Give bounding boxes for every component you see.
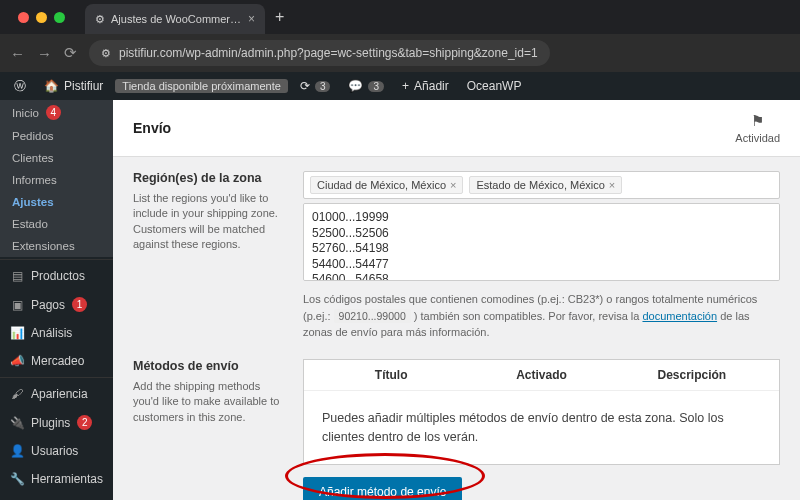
tab-bar: ⚙ Ajustes de WooCommerce ‹ × +: [0, 0, 800, 34]
new-tab-button[interactable]: +: [275, 8, 284, 26]
tab-title: Ajustes de WooCommerce ‹: [111, 13, 242, 25]
activity-panel[interactable]: ⚑ Actividad: [735, 112, 780, 144]
forward-button[interactable]: →: [37, 45, 52, 62]
page-header: Envío ⚑ Actividad: [113, 100, 800, 157]
back-button[interactable]: ←: [10, 45, 25, 62]
products-icon: ▤: [10, 269, 24, 283]
add-shipping-method-button[interactable]: Añadir método de envío: [303, 477, 462, 500]
methods-desc: Add the shipping methods you'd like to m…: [133, 379, 287, 425]
col-title: Título: [316, 368, 466, 382]
remove-tag-icon[interactable]: ×: [450, 179, 456, 191]
plugin-icon: 🔌: [10, 416, 24, 430]
sidebar-item-ajustes[interactable]: Ajustes: [0, 191, 113, 213]
sidebar-item-analisis[interactable]: 📊Análisis: [0, 319, 113, 347]
sidebar-item-pagos[interactable]: ▣Pagos 1: [0, 290, 113, 319]
methods-table: Título Activado Descripción Puedes añadi…: [303, 359, 780, 466]
regions-select[interactable]: Ciudad de México, México× Estado de Méxi…: [303, 171, 780, 199]
sidebar-item-usuarios[interactable]: 👤Usuarios: [0, 437, 113, 465]
url-text: pistifiur.com/wp-admin/admin.php?page=wc…: [119, 46, 538, 60]
sidebar-item-plugins[interactable]: 🔌Plugins 2: [0, 408, 113, 437]
region-tag: Ciudad de México, México×: [310, 176, 463, 194]
browser-chrome: ⚙ Ajustes de WooCommerce ‹ × + ← → ⟳ ⚙ p…: [0, 0, 800, 72]
sidebar-item-extensiones[interactable]: Extensiones: [0, 235, 113, 257]
maximize-window-icon[interactable]: [54, 12, 65, 23]
content-area: Región(es) de la zona List the regions y…: [113, 157, 800, 500]
address-bar: ← → ⟳ ⚙ pistifiur.com/wp-admin/admin.php…: [0, 34, 800, 72]
site-name[interactable]: 🏠 Pistifiur: [38, 79, 109, 93]
reload-button[interactable]: ⟳: [64, 44, 77, 62]
regions-desc: List the regions you'd like to include i…: [133, 191, 287, 253]
zone-regions-section: Región(es) de la zona List the regions y…: [133, 171, 780, 341]
minimize-window-icon[interactable]: [36, 12, 47, 23]
col-description: Descripción: [617, 368, 767, 382]
sidebar-item-inicio[interactable]: Inicio 4: [0, 100, 113, 125]
tools-icon: 🔧: [10, 472, 24, 486]
theme-link[interactable]: OceanWP: [461, 79, 528, 93]
close-window-icon[interactable]: [18, 12, 29, 23]
url-field[interactable]: ⚙ pistifiur.com/wp-admin/admin.php?page=…: [89, 40, 550, 66]
window-controls: [8, 12, 75, 23]
wp-admin-bar: ⓦ 🏠 Pistifiur Tienda disponible próximam…: [0, 72, 800, 100]
region-tag: Estado de México, México×: [469, 176, 622, 194]
wp-body: Envío ⚑ Actividad Región(es) de la zona …: [113, 100, 800, 500]
megaphone-icon: 📣: [10, 354, 24, 368]
postcodes-textarea[interactable]: [303, 203, 780, 281]
close-tab-icon[interactable]: ×: [248, 12, 255, 26]
sidebar-item-productos[interactable]: ▤Productos: [0, 259, 113, 290]
sidebar-item-apariencia[interactable]: 🖌Apariencia: [0, 377, 113, 408]
users-icon: 👤: [10, 444, 24, 458]
site-info-icon[interactable]: ⚙: [101, 47, 111, 60]
brush-icon: 🖌: [10, 387, 24, 401]
analytics-icon: 📊: [10, 326, 24, 340]
payments-icon: ▣: [10, 298, 24, 312]
documentation-link[interactable]: documentación: [642, 310, 717, 322]
page-title: Envío: [133, 120, 171, 136]
browser-tab[interactable]: ⚙ Ajustes de WooCommerce ‹ ×: [85, 4, 265, 34]
wp-logo-icon[interactable]: ⓦ: [8, 78, 32, 95]
shipping-methods-section: Métodos de envío Add the shipping method…: [133, 359, 780, 500]
wp-container: Inicio 4 Pedidos Clientes Informes Ajust…: [0, 100, 800, 500]
sidebar-item-herramientas[interactable]: 🔧Herramientas: [0, 465, 113, 493]
activity-icon: ⚑: [751, 112, 764, 130]
postcodes-hint: Los códigos postales que contienen comod…: [303, 291, 780, 341]
store-notice[interactable]: Tienda disponible próximamente: [115, 79, 288, 93]
methods-table-head: Título Activado Descripción: [304, 360, 779, 391]
admin-sidebar: Inicio 4 Pedidos Clientes Informes Ajust…: [0, 100, 113, 500]
col-enabled: Activado: [466, 368, 616, 382]
sidebar-item-settings[interactable]: ⚙Ajustes: [0, 493, 113, 500]
comments-icon[interactable]: 💬 3: [342, 79, 390, 93]
methods-empty-message: Puedes añadir múltiples métodos de envío…: [304, 391, 779, 465]
methods-title: Métodos de envío: [133, 359, 287, 373]
remove-tag-icon[interactable]: ×: [609, 179, 615, 191]
tab-favicon: ⚙: [95, 13, 105, 26]
updates-icon[interactable]: ⟳ 3: [294, 79, 337, 93]
sidebar-item-informes[interactable]: Informes: [0, 169, 113, 191]
add-new-button[interactable]: + Añadir: [396, 79, 455, 93]
sidebar-item-clientes[interactable]: Clientes: [0, 147, 113, 169]
regions-title: Región(es) de la zona: [133, 171, 287, 185]
sidebar-item-mercadeo[interactable]: 📣Mercadeo: [0, 347, 113, 375]
sidebar-item-pedidos[interactable]: Pedidos: [0, 125, 113, 147]
sidebar-item-estado[interactable]: Estado: [0, 213, 113, 235]
